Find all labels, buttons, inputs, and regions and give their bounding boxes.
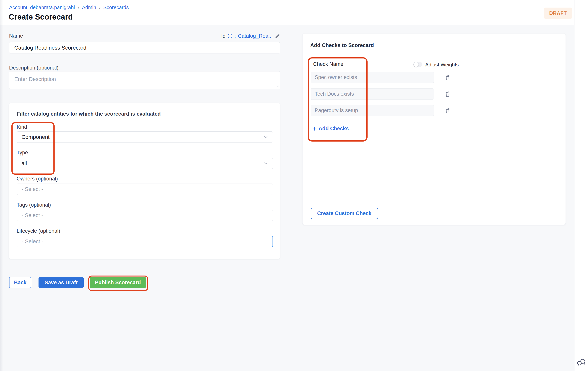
check-name-column-header: Check Name <box>313 61 343 67</box>
owners-label: Owners (optional) <box>17 176 58 182</box>
chevron-down-icon <box>263 161 268 166</box>
type-select[interactable]: all <box>17 158 273 169</box>
owners-select-placeholder: - Select - <box>21 186 43 192</box>
kind-select[interactable]: Component <box>17 131 273 143</box>
page-header: Account: debabrata.panigrahi › Admin › S… <box>0 0 574 25</box>
page-title: Create Scorecard <box>9 12 73 21</box>
delete-check-button[interactable] <box>443 90 452 98</box>
adjust-weights-label: Adjust Weights <box>425 62 459 68</box>
adjust-weights-toggle[interactable] <box>413 62 422 67</box>
back-button[interactable]: Back <box>9 277 31 288</box>
type-select-value: all <box>21 160 27 167</box>
breadcrumb-admin-link[interactable]: Admin <box>82 4 96 11</box>
lifecycle-select[interactable]: - Select - <box>17 236 273 247</box>
toggle-knob <box>414 62 419 67</box>
filter-title: Filter catalog entities for which the sc… <box>17 111 161 117</box>
check-name-text: Pagerduty is setup <box>315 107 358 114</box>
trash-icon <box>444 74 451 81</box>
trash-icon <box>444 107 451 114</box>
scorecard-id-link[interactable]: Catalog_Rea... <box>238 33 273 39</box>
pencil-icon[interactable] <box>275 33 280 39</box>
create-custom-check-button[interactable]: Create Custom Check <box>311 208 378 219</box>
breadcrumb-separator-icon: › <box>78 4 79 11</box>
publish-scorecard-button[interactable]: Publish Scorecard <box>90 277 146 288</box>
description-field <box>9 71 280 89</box>
kind-label: Kind <box>17 124 27 130</box>
id-label: Id <box>221 33 226 39</box>
breadcrumb-separator-icon: › <box>99 4 101 11</box>
save-as-draft-button[interactable]: Save as Draft <box>39 277 84 288</box>
tags-select[interactable]: - Select - <box>17 210 273 221</box>
id-colon: : <box>234 33 236 39</box>
name-input[interactable] <box>9 42 280 53</box>
scorecard-id-row: Id : Catalog_Rea... <box>9 32 280 40</box>
help-chat-button[interactable] <box>577 357 587 367</box>
right-rail <box>574 0 588 371</box>
delete-check-button[interactable] <box>443 73 452 82</box>
tags-select-placeholder: - Select - <box>21 212 43 218</box>
chat-bubbles-icon <box>577 358 586 367</box>
add-checks-label: Add Checks <box>319 126 349 132</box>
info-icon[interactable] <box>227 33 232 39</box>
owners-select[interactable]: - Select - <box>17 184 273 195</box>
description-label: Description (optional) <box>9 64 58 71</box>
check-name-text: Spec owner exists <box>315 74 357 80</box>
breadcrumb-scorecards-link[interactable]: Scorecards <box>103 4 129 11</box>
status-badge: DRAFT <box>544 8 572 19</box>
create-scorecard-page: Account: debabrata.panigrahi › Admin › S… <box>0 0 588 371</box>
check-name-field[interactable]: Tech Docs exists <box>311 88 434 100</box>
breadcrumb: Account: debabrata.panigrahi › Admin › S… <box>9 4 129 11</box>
trash-icon <box>444 91 451 98</box>
check-name-field[interactable]: Pagerduty is setup <box>311 105 434 116</box>
type-label: Type <box>17 150 28 156</box>
checks-panel-title: Add Checks to Scorecard <box>310 42 374 48</box>
kind-select-value: Component <box>21 134 50 140</box>
check-name-field[interactable]: Spec owner exists <box>311 72 434 83</box>
lifecycle-select-placeholder: - Select - <box>22 238 43 244</box>
description-input[interactable] <box>9 71 280 89</box>
lifecycle-label: Lifecycle (optional) <box>17 228 60 234</box>
check-name-text: Tech Docs exists <box>315 91 354 97</box>
chevron-down-icon <box>263 135 268 139</box>
tags-label: Tags (optional) <box>17 202 51 208</box>
add-checks-button[interactable]: + Add Checks <box>313 126 349 132</box>
checks-panel: Add Checks to Scorecard Check Name Adjus… <box>302 33 566 225</box>
breadcrumb-account-link[interactable]: Account: debabrata.panigrahi <box>9 4 75 11</box>
main-content: Name Id : Catalog_Rea... Description (op… <box>0 25 574 371</box>
plus-icon: + <box>313 126 316 131</box>
filter-card: Filter catalog entities for which the sc… <box>9 103 280 259</box>
delete-check-button[interactable] <box>443 106 452 115</box>
